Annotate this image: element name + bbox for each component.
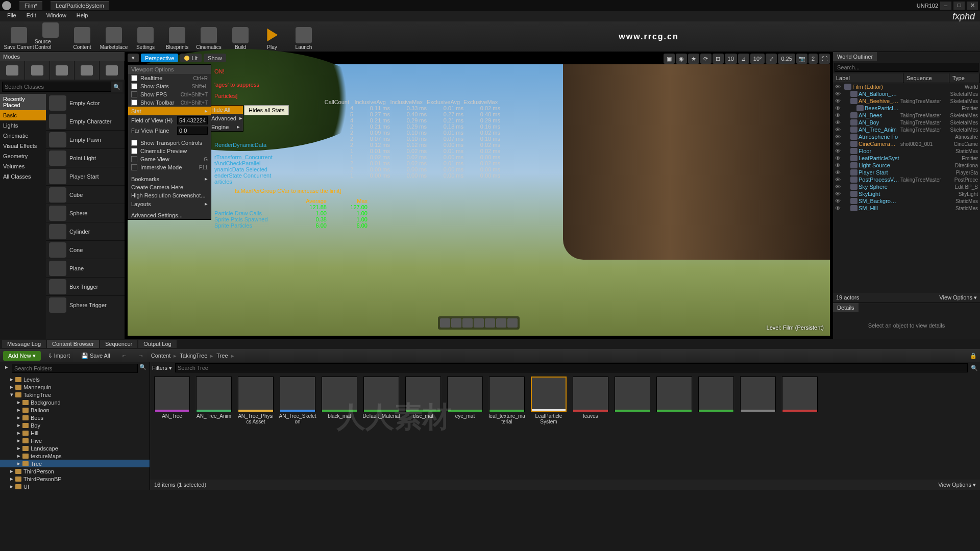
search-icon[interactable]: 🔍 — [971, 365, 978, 371]
paint-mode-icon[interactable] — [31, 65, 43, 76]
category-recently-placed[interactable]: Recently Placed — [0, 94, 46, 110]
folder-texturemaps[interactable]: ▸textureMaps — [0, 452, 150, 460]
menu-item-cinematic-preview[interactable]: Cinematic Preview — [128, 147, 211, 155]
loop-icon[interactable] — [507, 318, 518, 328]
transport-controls[interactable] — [438, 316, 520, 330]
asset-item[interactable] — [614, 377, 651, 424]
outliner-row[interactable]: 👁SM_BackgroundStaticMes — [833, 197, 980, 205]
menu-help[interactable]: Help — [71, 11, 93, 21]
snap-angle-icon[interactable]: ⊿ — [738, 54, 749, 64]
outliner-row[interactable]: 👁AN_Balloon_AnimSkeletalMes — [833, 90, 980, 97]
step-back-icon[interactable] — [451, 318, 461, 328]
place-item-cylinder[interactable]: Cylinder — [46, 222, 125, 241]
menu-item-show-transport-controls[interactable]: Show Transport Controls — [128, 139, 211, 147]
src-button[interactable]: Source Control — [35, 22, 66, 51]
perspective-button[interactable]: Perspective — [141, 54, 178, 62]
close-button[interactable]: ✕ — [967, 2, 978, 10]
to-end-icon[interactable] — [496, 318, 506, 328]
immersive-icon[interactable]: ◉ — [676, 54, 687, 64]
menu-item-fov[interactable]: Field of View (H) — [128, 115, 211, 126]
lock-icon[interactable]: 🔒 — [970, 353, 977, 359]
menu-item-show-toolbar[interactable]: Show ToolbarCtrl+Shift+T — [128, 98, 211, 107]
crumb-takingtree[interactable]: TakingTree — [180, 353, 207, 359]
category-cinematic[interactable]: Cinematic — [0, 131, 46, 141]
bookmark-icon[interactable]: ★ — [688, 54, 699, 64]
outliner-row[interactable]: 👁FloorStaticMes — [833, 147, 980, 155]
menu-item-layouts[interactable]: Layouts▸ — [128, 199, 211, 208]
viewport-options-button[interactable]: ▾ — [128, 54, 139, 62]
folder-tree[interactable]: ▸Tree — [0, 460, 150, 467]
search-icon[interactable]: 🔍 — [138, 364, 148, 373]
snap-scale-icon[interactable]: ⤢ — [766, 54, 777, 64]
category-volumes[interactable]: Volumes — [0, 161, 46, 171]
title-tab-asset[interactable]: LeafParticleSystem — [51, 1, 109, 10]
outliner-row[interactable]: 👁AN_Tree_AnimTakingTreeMasterSkeletalMes — [833, 126, 980, 133]
landscape-mode-icon[interactable] — [56, 65, 68, 76]
save-button[interactable]: Save Current — [3, 22, 35, 51]
menu-item-realtime[interactable]: RealtimeCtrl+R — [128, 74, 211, 82]
play-icon[interactable] — [474, 318, 484, 328]
nav-back-button[interactable]: ← — [117, 351, 131, 360]
place-item-plane[interactable]: Plane — [46, 259, 125, 278]
asset-leaf_texture_material[interactable]: leaf_texture_material — [488, 377, 526, 424]
outliner-row[interactable]: 👁CineCameraActorshot0020_001CineCame — [833, 140, 980, 147]
tab-message-log[interactable]: Message Log — [2, 340, 46, 348]
outliner-search-input[interactable] — [835, 63, 978, 72]
folder-takingtree[interactable]: ▾TakingTree — [0, 391, 150, 398]
menu-item-show-stats[interactable]: Show StatsShift+L — [128, 82, 211, 90]
asset-item[interactable] — [739, 377, 777, 424]
place-item-empty-pawn[interactable]: Empty Pawn — [46, 131, 125, 149]
folder-hill[interactable]: ▸Hill — [0, 429, 150, 437]
scale-size[interactable]: 0.25 — [778, 54, 795, 64]
place-item-cone[interactable]: Cone — [46, 241, 125, 259]
world-outliner-tab[interactable]: World Outliner — [833, 52, 877, 61]
menu-item-advanced-settings[interactable]: Advanced Settings... — [128, 211, 211, 219]
content-button[interactable]: Content — [66, 22, 98, 51]
geometry-mode-icon[interactable] — [106, 65, 118, 76]
folder-balloon[interactable]: ▸Balloon — [0, 406, 150, 414]
menu-item-farplane[interactable]: Far View Plane — [128, 126, 211, 136]
add-new-button[interactable]: Add New ▾ — [3, 351, 41, 361]
folder-landscape[interactable]: ▸Landscape — [0, 444, 150, 452]
category-basic[interactable]: Basic — [0, 110, 46, 120]
sources-toggle-icon[interactable]: ▸ — [2, 364, 12, 373]
asset-view-options[interactable]: View Options ▾ — [938, 482, 976, 488]
category-all-classes[interactable]: All Classes — [0, 171, 46, 182]
filters-button[interactable]: Filters ▾ — [152, 365, 172, 371]
play-button[interactable]: Play — [256, 22, 288, 51]
asset-an_tree[interactable]: AN_Tree — [153, 377, 191, 424]
asset-an_tree_physics-asset[interactable]: AN_Tree_Physics Asset — [237, 377, 275, 424]
asset-item[interactable] — [781, 377, 819, 424]
folder-mannequin[interactable]: ▸Mannequin — [0, 383, 150, 391]
settings-button[interactable]: Settings — [130, 22, 161, 51]
menu-edit[interactable]: Edit — [21, 11, 41, 21]
details-tab[interactable]: Details — [833, 303, 859, 312]
outliner-row[interactable]: 👁Film (Editor)World — [833, 83, 980, 90]
category-lights[interactable]: Lights — [0, 120, 46, 131]
menu-window[interactable]: Window — [41, 11, 71, 21]
folder-thirdperson[interactable]: ▸ThirdPerson — [0, 467, 150, 475]
game-view-icon[interactable]: ▣ — [664, 54, 675, 64]
outliner-row[interactable]: 👁AN_Beehive_FinTakingTreeMasterSkeletalM… — [833, 97, 980, 105]
outliner-row[interactable]: 👁Sky SphereEdit BP_S — [833, 183, 980, 190]
asset-disc_mat[interactable]: disc_mat — [404, 377, 442, 424]
crumb-content[interactable]: Content — [151, 353, 171, 359]
step-fwd-icon[interactable] — [485, 318, 495, 328]
to-start-icon[interactable] — [440, 318, 450, 328]
outliner-row[interactable]: 👁Player StartPlayerSta — [833, 169, 980, 176]
place-item-sphere-trigger[interactable]: Sphere Trigger — [46, 296, 125, 314]
menu-item-bookmarks[interactable]: Bookmarks▸ — [128, 174, 211, 183]
outliner-row[interactable]: 👁LeafParticleSystEmitter — [833, 155, 980, 162]
foliage-mode-icon[interactable] — [81, 65, 93, 76]
category-visual-effects[interactable]: Visual Effects — [0, 141, 46, 151]
sources-search-input[interactable] — [12, 364, 138, 373]
menu-item-high-resolution-screenshot---[interactable]: High Resolution Screenshot... — [128, 191, 211, 199]
menu-item-immersive-mode[interactable]: Immersive ModeF11 — [128, 163, 211, 171]
place-item-cube[interactable]: Cube — [46, 186, 125, 204]
folder-hive[interactable]: ▸Hive — [0, 437, 150, 444]
outliner-row[interactable]: 👁SM_HillStaticMes — [833, 205, 980, 212]
outliner-row[interactable]: 👁Light SourceDirectiona — [833, 162, 980, 169]
outliner-view-options[interactable]: View Options ▾ — [939, 294, 977, 301]
launch-button[interactable]: Launch — [288, 22, 320, 51]
viewport[interactable]: ▾ Perspective Lit Show ▣ ◉ ★ ⟳ ⊞ 10 ⊿ 10… — [125, 52, 833, 339]
